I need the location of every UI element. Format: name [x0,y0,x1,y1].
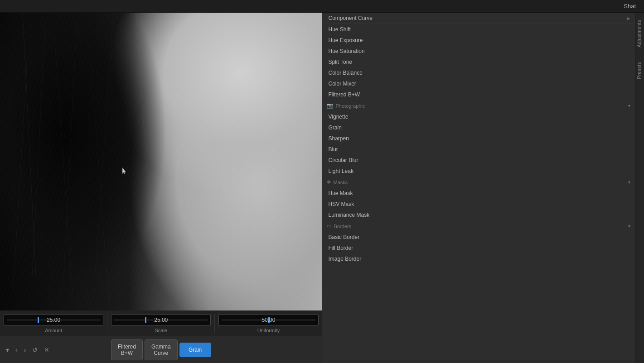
top-bar: Shat [0,0,644,13]
side-tabs-bar: Adjustments Presets [635,13,644,363]
controls-bar: 25.00 Amount 25.00 Scale [0,310,322,336]
photographic-section-header[interactable]: 📷 Photographic ▾ [322,100,635,111]
hue-saturation-item[interactable]: Hue Saturation [322,46,635,57]
component-curve-label: Component Curve [329,15,373,21]
uniformity-thumb[interactable] [268,317,270,323]
photographic-chevron: ▾ [628,103,630,108]
grain-button[interactable]: Grain [179,343,211,357]
photo-face-overlay [0,13,322,310]
photo-background [0,13,322,310]
image-container [0,13,322,310]
sliders-row: 25.00 Amount 25.00 Scale [0,314,322,333]
masks-chevron: ▾ [628,180,630,185]
hue-mask-item[interactable]: Hue Mask [322,188,635,199]
uniformity-label: Uniformity [257,328,280,333]
uniformity-track [222,320,315,320]
light-leak-item[interactable]: Light Leak [322,166,635,177]
nav-prev-icon[interactable]: ‹ [13,344,20,355]
nav-controls: ▾ ‹ › ↺ ✕ [4,344,52,355]
scale-slider-track[interactable]: 25.00 [111,314,211,326]
borders-section-header[interactable]: ▭ Borders ▾ [322,220,635,232]
bottom-toolbar: ▾ ‹ › ↺ ✕ FilteredB+W GammaCurve Grain [0,336,322,363]
luminance-mask-item[interactable]: Luminance Mask [322,210,635,220]
adjustments-tab[interactable]: Adjustments [635,13,644,55]
scale-slider-group[interactable]: 25.00 Scale [107,314,214,333]
component-curve-item[interactable]: Component Curve ▶ [322,13,635,24]
canvas-area: 25.00 Amount 25.00 Scale [0,13,322,363]
circular-blur-item[interactable]: Circular Blur [322,155,635,166]
top-bar-title: Shat [624,3,636,10]
vignette-item[interactable]: Vignette [322,111,635,122]
component-curve-arrow: ▶ [627,16,630,21]
gamma-curve-button[interactable]: GammaCurve [145,339,178,360]
adjustments-panel: Component Curve ▶ Hue Shift Hue Exposure… [322,13,635,363]
grain-item[interactable]: Grain [322,122,635,133]
amount-slider-track[interactable]: 25.00 [4,314,103,326]
amount-track [7,320,100,320]
masks-label: Masks [334,180,348,185]
amount-label: Amount [45,328,62,333]
mask-icon: ✱ [327,179,331,185]
presets-tab[interactable]: Presets [635,55,644,86]
sharpen-item[interactable]: Sharpen [322,133,635,144]
uniformity-slider-group[interactable]: 50.00 Uniformity [214,314,322,333]
uniformity-slider-track[interactable]: 50.00 [218,314,318,326]
borders-chevron: ▾ [628,224,630,229]
masks-section-header[interactable]: ✱ Masks ▾ [322,177,635,188]
camera-icon: 📷 [327,103,333,109]
scale-label: Scale [155,328,167,333]
nav-close-icon[interactable]: ✕ [42,344,52,355]
color-balance-item[interactable]: Color Balance [322,67,635,78]
split-tone-item[interactable]: Split Tone [322,57,635,67]
borders-label: Borders [334,224,352,229]
hue-shift-item[interactable]: Hue Shift [322,24,635,35]
scale-thumb[interactable] [145,317,146,323]
color-mixer-item[interactable]: Color Mixer [322,78,635,89]
nav-next-icon[interactable]: › [22,344,29,355]
scale-track [114,320,208,320]
filtered-bw-button[interactable]: FilteredB+W [111,339,143,360]
amount-thumb[interactable] [38,317,39,323]
filter-buttons: FilteredB+W GammaCurve Grain [111,339,211,360]
right-panel: Component Curve ▶ Hue Shift Hue Exposure… [322,13,644,363]
fill-border-item[interactable]: Fill Border [322,243,635,253]
photographic-label: Photographic [336,103,365,109]
hue-exposure-item[interactable]: Hue Exposure [322,35,635,46]
image-border-item[interactable]: Image Border [322,253,635,264]
hsv-mask-item[interactable]: HSV Mask [322,199,635,210]
basic-border-item[interactable]: Basic Border [322,232,635,243]
border-icon: ▭ [327,223,331,229]
blur-item[interactable]: Blur [322,144,635,155]
nav-menu-icon[interactable]: ▾ [4,344,11,355]
amount-slider-group[interactable]: 25.00 Amount [0,314,107,333]
main-layout: 25.00 Amount 25.00 Scale [0,13,644,363]
nav-reset-icon[interactable]: ↺ [30,344,40,355]
filtered-bw-item[interactable]: Filtered B+W [322,89,635,100]
